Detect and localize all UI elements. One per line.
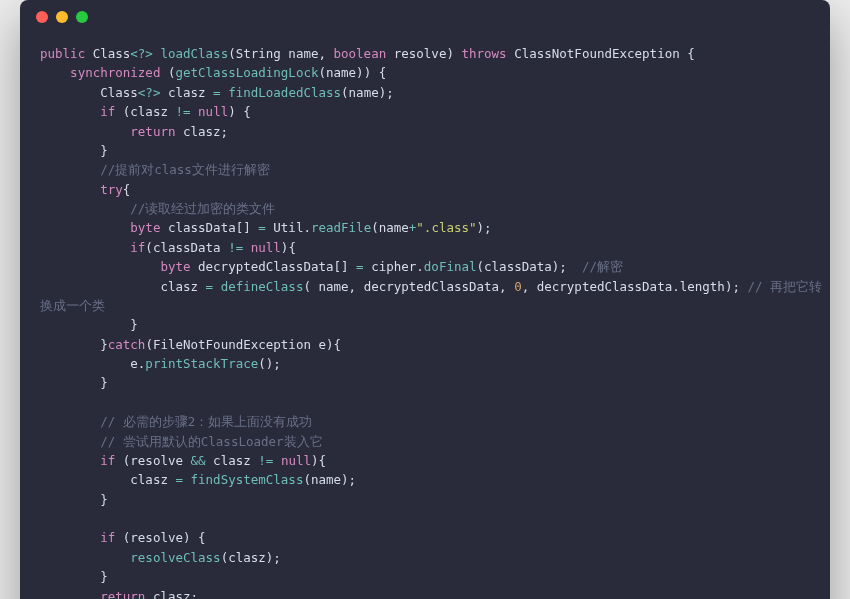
code-line: return clasz; [40,124,228,139]
code-line: if (clasz != null) { [40,104,251,119]
code-line: e.printStackTrace(); [40,356,281,371]
code-line: } [40,317,138,332]
code-line: if (resolve && clasz != null){ [40,453,326,468]
code-line: //提前对class文件进行解密 [40,162,270,177]
code-line: if (resolve) { [40,530,206,545]
code-line: } [40,569,108,584]
close-icon[interactable] [36,11,48,23]
titlebar [20,0,830,34]
code-line: // 必需的步骤2：如果上面没有成功 [40,414,312,429]
minimize-icon[interactable] [56,11,68,23]
code-window: public Class<?> loadClass(String name, b… [20,0,830,599]
code-line: } [40,375,108,390]
zoom-icon[interactable] [76,11,88,23]
code-line: synchronized (getClassLoadingLock(name))… [40,65,386,80]
code-line: }catch(FileNotFoundException e){ [40,337,341,352]
code-area: public Class<?> loadClass(String name, b… [20,34,830,599]
code-line: return clasz; [40,589,198,600]
code-line: clasz = findSystemClass(name); [40,472,356,487]
code-line: try{ [40,182,130,197]
code-line: Class<?> clasz = findLoadedClass(name); [40,85,394,100]
code-line: resolveClass(clasz); [40,550,281,565]
code-line: } [40,143,108,158]
code-line: byte decryptedClassData[] = cipher.doFin… [40,259,623,274]
code-line: // 尝试用默认的ClassLoader装入它 [40,434,323,449]
code-line: clasz = defineClass( name, decryptedClas… [40,279,822,294]
code-line: public Class<?> loadClass(String name, b… [40,46,695,61]
code-line: 换成一个类 [40,298,105,313]
code-line: } [40,492,108,507]
code-line: //读取经过加密的类文件 [40,201,275,216]
code-line: if(classData != null){ [40,240,296,255]
code-line: byte classData[] = Util.readFile(name+".… [40,220,492,235]
